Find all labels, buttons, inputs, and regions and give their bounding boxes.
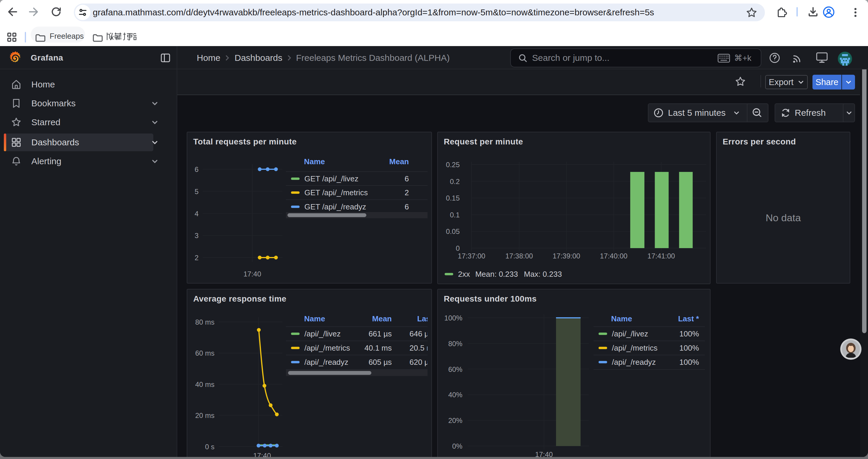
svg-text:40%: 40% <box>448 391 462 399</box>
svg-text:3: 3 <box>195 232 198 239</box>
svg-text:17:40: 17:40 <box>243 270 261 278</box>
svg-text:17:41:00: 17:41:00 <box>647 252 675 260</box>
svg-text:0 s: 0 s <box>205 443 215 451</box>
svg-text:17:40:00: 17:40:00 <box>600 252 627 260</box>
svg-text:0.2: 0.2 <box>450 177 460 186</box>
svg-text:17:38:00: 17:38:00 <box>505 252 533 260</box>
svg-text:0: 0 <box>456 244 460 252</box>
svg-text:6: 6 <box>195 165 198 173</box>
svg-text:17:39:00: 17:39:00 <box>553 252 580 260</box>
svg-text:17:37:00: 17:37:00 <box>458 252 485 260</box>
svg-text:60 ms: 60 ms <box>195 349 215 357</box>
svg-text:60%: 60% <box>448 365 462 373</box>
svg-text:5: 5 <box>195 188 198 196</box>
svg-text:2: 2 <box>195 254 198 262</box>
svg-text:0.1: 0.1 <box>450 211 460 219</box>
svg-text:40 ms: 40 ms <box>195 381 215 388</box>
svg-text:0%: 0% <box>452 442 463 450</box>
svg-text:0.15: 0.15 <box>446 194 460 202</box>
svg-text:20 ms: 20 ms <box>195 412 215 419</box>
svg-text:0.25: 0.25 <box>446 161 460 169</box>
svg-text:100%: 100% <box>444 314 462 322</box>
svg-text:80 ms: 80 ms <box>195 318 215 326</box>
svg-text:80%: 80% <box>448 340 462 348</box>
svg-text:4: 4 <box>195 210 198 218</box>
svg-text:17:40: 17:40 <box>253 452 271 457</box>
svg-text:0.05: 0.05 <box>446 227 460 235</box>
svg-text:17:40: 17:40 <box>535 451 553 457</box>
svg-text:20%: 20% <box>448 417 462 424</box>
